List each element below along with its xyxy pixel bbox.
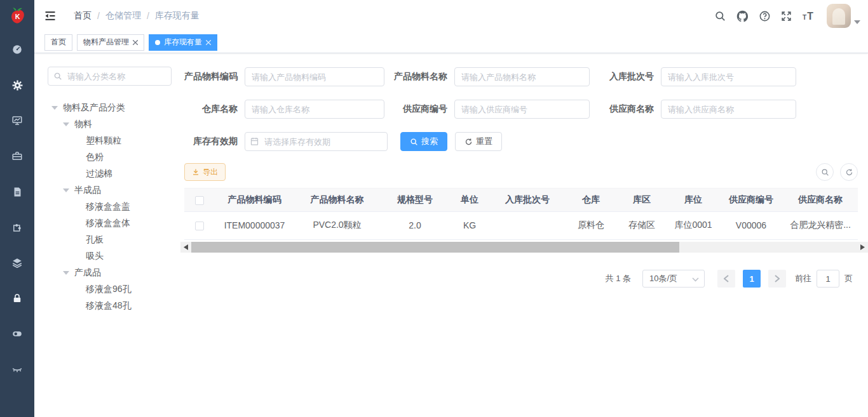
warehouse-name-input[interactable]	[245, 100, 384, 119]
caret-down-icon[interactable]	[63, 189, 69, 192]
prev-page-button[interactable]	[717, 270, 735, 288]
breadcrumb-home[interactable]: 首页	[74, 10, 92, 22]
sidebar-item-document[interactable]	[0, 174, 34, 209]
app-logo[interactable]: K	[0, 0, 34, 32]
tree-node-root[interactable]: 物料及产品分类	[48, 100, 172, 116]
help-docs-button[interactable]	[759, 10, 771, 22]
category-search-input[interactable]	[48, 67, 172, 86]
filter-row-3: 库存有效期 搜索 重置	[184, 132, 502, 151]
expiry-date-input[interactable]	[245, 132, 388, 151]
fullscreen-icon	[780, 10, 792, 22]
table-row[interactable]: ITEM00000037 PVC2.0颗粒 2.0 KG 原料仓 存储区 库位0…	[184, 211, 858, 239]
scrollbar-thumb[interactable]	[191, 242, 679, 253]
page-size-select[interactable]: 10条/页	[642, 270, 705, 288]
select-all-checkbox[interactable]	[195, 196, 204, 205]
sidebar-item-toggle[interactable]	[0, 316, 34, 352]
tree-node-leaf[interactable]: 移液盒盒盖	[48, 199, 172, 215]
download-icon	[192, 168, 200, 176]
cell-batch	[489, 211, 566, 239]
tab-inventory-current[interactable]: 库存现有量	[149, 34, 217, 51]
refresh-table-button[interactable]	[840, 163, 858, 181]
tree-node-material[interactable]: 物料	[48, 116, 172, 133]
dashboard-icon	[11, 44, 23, 55]
sidebar-item-layers[interactable]	[0, 245, 34, 281]
supplier-name-input[interactable]	[661, 100, 796, 119]
tree-node-leaf[interactable]: 孔板	[48, 232, 172, 248]
svg-text:T: T	[803, 14, 807, 21]
tags-view-bar: 首页 物料产品管理 库存现有量	[34, 32, 868, 53]
refresh-icon	[845, 168, 853, 176]
document-icon	[12, 187, 23, 197]
sidebar-toggle-button[interactable]	[44, 10, 57, 22]
question-icon	[759, 10, 771, 22]
caret-down-icon[interactable]	[63, 122, 69, 126]
date-picker	[245, 132, 388, 151]
tree-node-leaf[interactable]: 移液盒96孔	[48, 281, 172, 298]
batch-number-input[interactable]	[661, 67, 796, 86]
reset-button-label: 重置	[476, 136, 492, 147]
tree-node-label: 色粉	[86, 152, 104, 163]
product-name-input[interactable]	[454, 67, 590, 86]
caret-down-icon[interactable]	[63, 271, 69, 275]
strawberry-logo-icon: K	[8, 6, 27, 25]
tab-material-product[interactable]: 物料产品管理	[77, 34, 144, 51]
puzzle-icon	[11, 222, 23, 233]
row-checkbox[interactable]	[195, 222, 204, 230]
github-link-button[interactable]	[736, 10, 749, 23]
sidebar-item-monitor[interactable]	[0, 103, 34, 138]
next-page-button[interactable]	[768, 270, 786, 288]
cell-supplier-name: 合肥龙兴精密...	[783, 211, 858, 239]
page-content: 物料及产品分类 物料 塑料颗粒 色粉 过滤棉 半成品 移液盒盒盖 移液盒盒体 孔…	[34, 53, 868, 417]
tree-node-leaf[interactable]: 塑料颗粒	[48, 133, 172, 149]
tree-node-leaf[interactable]: 移液盒盒体	[48, 215, 172, 232]
sidebar-item-hide[interactable]	[0, 352, 34, 387]
tree-node-leaf[interactable]: 吸头	[48, 248, 172, 265]
goto-page-input[interactable]	[817, 270, 839, 288]
horizontal-scrollbar[interactable]	[180, 242, 868, 253]
filter-field: 产品物料名称	[391, 67, 590, 86]
tree-node-leaf[interactable]: 移液盒48孔	[48, 298, 172, 314]
fullscreen-button[interactable]	[780, 10, 792, 22]
sidebar-item-dashboard[interactable]	[0, 32, 34, 67]
sidebar-item-system[interactable]	[0, 67, 34, 103]
sidebar-item-toolbox[interactable]	[0, 138, 34, 174]
scroll-right-arrow[interactable]	[857, 242, 868, 253]
breadcrumb-warehouse: 仓储管理	[105, 10, 141, 22]
caret-down-icon[interactable]	[51, 106, 58, 110]
tab-label: 库存现有量	[164, 37, 202, 48]
user-menu[interactable]	[827, 4, 860, 28]
page-number-button[interactable]: 1	[743, 270, 761, 288]
arrow-left-icon	[184, 244, 188, 250]
sidebar-item-plugins[interactable]	[0, 209, 34, 245]
tree-node-label: 过滤棉	[86, 168, 112, 180]
product-code-input[interactable]	[245, 67, 384, 86]
page-size-value: 10条/页	[649, 273, 677, 284]
avatar[interactable]	[827, 4, 851, 28]
search-icon	[821, 168, 829, 176]
show-search-button[interactable]	[816, 163, 834, 181]
sidebar-item-security[interactable]	[0, 281, 34, 316]
tree-node-semifinished[interactable]: 半成品	[48, 182, 172, 199]
font-size-button[interactable]: T T	[802, 10, 817, 22]
close-icon[interactable]	[206, 40, 211, 45]
table-toolbar: 导出	[184, 163, 858, 181]
layers-icon	[11, 257, 23, 268]
filter-field: 入库批次号	[596, 67, 796, 86]
header-search-button[interactable]	[714, 10, 726, 22]
tab-home[interactable]: 首页	[44, 34, 72, 51]
search-button[interactable]: 搜索	[400, 132, 447, 151]
font-size-icon: T T	[802, 10, 817, 22]
row-checkbox-cell	[184, 211, 215, 239]
tree-node-leaf[interactable]: 色粉	[48, 149, 172, 166]
export-button-label: 导出	[203, 167, 218, 178]
tree-node-leaf[interactable]: 过滤棉	[48, 166, 172, 182]
reset-button[interactable]: 重置	[455, 132, 502, 151]
scroll-left-arrow[interactable]	[180, 242, 191, 253]
breadcrumb-separator: /	[97, 11, 100, 21]
filter-field: 库存有效期	[184, 132, 388, 151]
close-icon[interactable]	[133, 40, 138, 45]
export-button[interactable]: 导出	[184, 163, 226, 181]
tab-label: 物料产品管理	[83, 37, 129, 48]
tree-node-finished[interactable]: 产成品	[48, 265, 172, 281]
supplier-code-input[interactable]	[454, 100, 590, 119]
